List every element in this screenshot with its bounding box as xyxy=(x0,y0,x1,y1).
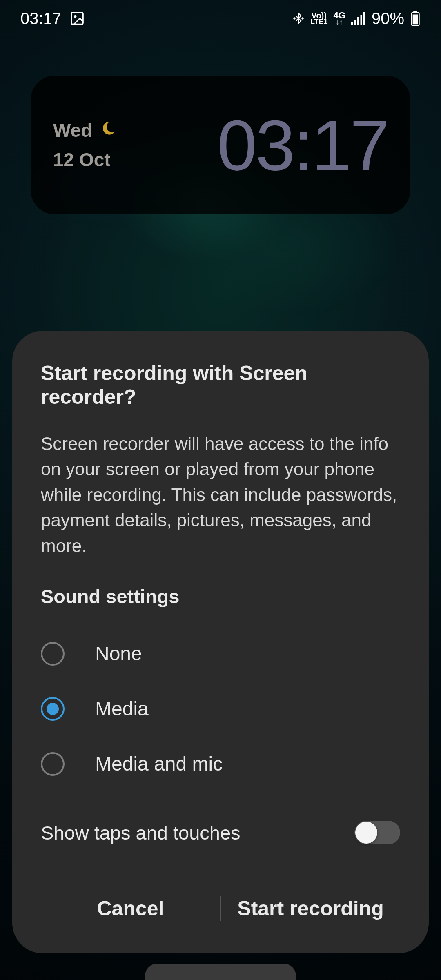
radio-label: Media xyxy=(95,697,149,720)
svg-rect-7 xyxy=(360,15,362,24)
sound-option-media-mic[interactable]: Media and mic xyxy=(41,736,400,791)
clock-time: 03:17 xyxy=(217,104,388,186)
battery-icon xyxy=(410,11,421,26)
svg-rect-0 xyxy=(71,13,83,24)
sound-option-none[interactable]: None xyxy=(41,626,400,681)
screenshot-icon xyxy=(69,11,85,26)
signal-icon xyxy=(351,12,366,24)
sound-settings-label: Sound settings xyxy=(41,585,400,608)
network-type: 4G ↓↑ xyxy=(334,12,345,25)
cancel-button[interactable]: Cancel xyxy=(41,884,220,933)
radio-label: Media and mic xyxy=(95,753,223,775)
radio-icon xyxy=(41,752,65,776)
show-taps-switch[interactable] xyxy=(354,821,400,844)
data-arrows-icon: ↓↑ xyxy=(336,19,343,25)
svg-rect-11 xyxy=(413,15,418,24)
svg-rect-8 xyxy=(363,12,365,24)
screen-recorder-dialog: Start recording with Screen recorder? Sc… xyxy=(12,331,429,953)
svg-rect-6 xyxy=(357,17,359,24)
start-recording-button[interactable]: Start recording xyxy=(221,884,400,933)
status-time: 03:17 xyxy=(20,9,61,28)
moon-icon xyxy=(100,119,117,141)
svg-rect-4 xyxy=(351,22,353,24)
status-bar: 03:17 Vo)) LTE1 4G ↓↑ xyxy=(0,0,441,37)
sound-option-media[interactable]: Media xyxy=(41,681,400,736)
switch-knob xyxy=(355,822,377,844)
battery-percent: 90% xyxy=(372,9,404,28)
status-left: 03:17 xyxy=(20,9,85,28)
dialog-body: Screen recorder will have access to the … xyxy=(41,431,400,559)
radio-icon xyxy=(41,642,65,666)
svg-point-2 xyxy=(294,18,295,19)
bluetooth-icon xyxy=(292,11,305,26)
show-taps-row[interactable]: Show taps and touches xyxy=(41,802,400,863)
radio-icon xyxy=(41,697,65,721)
clock-day: Wed xyxy=(53,119,92,141)
clock-date: 12 Oct xyxy=(53,149,111,171)
clock-date-block: Wed 12 Oct xyxy=(53,119,117,171)
dialog-button-row: Cancel Start recording xyxy=(41,874,400,943)
svg-point-1 xyxy=(74,15,76,18)
nav-handle[interactable] xyxy=(145,964,296,980)
sound-radio-group: None Media Media and mic xyxy=(41,626,400,791)
clock-widget[interactable]: Wed 12 Oct 03:17 xyxy=(31,76,410,214)
volte-indicator: Vo)) LTE1 xyxy=(310,12,328,24)
volte-bottom: LTE1 xyxy=(310,19,328,24)
svg-rect-5 xyxy=(354,20,356,24)
show-taps-label: Show taps and touches xyxy=(41,822,241,844)
status-right: Vo)) LTE1 4G ↓↑ 90% xyxy=(292,9,421,28)
radio-label: None xyxy=(95,642,142,665)
svg-point-3 xyxy=(302,18,303,19)
dialog-title: Start recording with Screen recorder? xyxy=(41,361,400,409)
